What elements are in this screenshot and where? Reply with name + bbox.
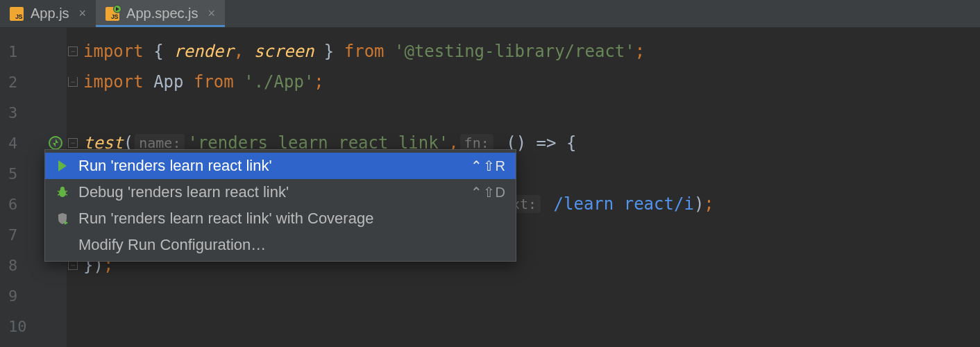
blank-icon xyxy=(55,237,70,253)
editor-tabs: JS App.js × JS App.spec.js × xyxy=(0,0,980,28)
line-number: 1 xyxy=(0,36,67,67)
tab-label: App.js xyxy=(31,6,69,22)
line-number: 9 xyxy=(0,280,67,311)
menu-debug-test[interactable]: Debug 'renders learn react link' ⌃⇧D xyxy=(45,179,516,205)
menu-label: Run 'renders learn react link' xyxy=(78,157,462,175)
run-test-gutter-icon[interactable] xyxy=(49,136,62,150)
tab-app-spec-js[interactable]: JS App.spec.js × xyxy=(96,0,225,27)
fold-toggle-icon[interactable]: − xyxy=(68,46,78,56)
bug-icon xyxy=(55,185,70,200)
code-line[interactable] xyxy=(67,311,714,341)
menu-shortcut: ⌃⇧D xyxy=(471,184,506,201)
menu-label: Run 'renders learn react link' with Cove… xyxy=(78,210,506,228)
svg-point-2 xyxy=(60,187,65,191)
code-line[interactable] xyxy=(67,97,714,128)
svg-line-5 xyxy=(58,194,60,195)
close-icon[interactable]: × xyxy=(208,6,216,21)
line-number: 3 xyxy=(0,97,67,128)
tab-app-js[interactable]: JS App.js × xyxy=(0,0,96,27)
code-line[interactable]: import { render, screen } from '@testing… xyxy=(67,36,714,67)
line-number: 10 xyxy=(0,311,67,341)
js-spec-file-icon: JS xyxy=(105,7,119,21)
line-number: 2 xyxy=(0,67,67,97)
context-menu: Run 'renders learn react link' ⌃⇧R Debug… xyxy=(44,149,516,262)
code-line[interactable]: import App from './App'; xyxy=(67,67,714,97)
js-file-icon: JS xyxy=(10,7,24,21)
fold-toggle-icon[interactable]: − xyxy=(68,77,78,87)
menu-modify-config[interactable]: Modify Run Configuration… xyxy=(45,232,516,258)
tab-label: App.spec.js xyxy=(126,6,198,22)
play-icon xyxy=(55,158,70,174)
fold-toggle-icon[interactable]: − xyxy=(68,260,78,270)
code-editor: 1 2 3 4 5 6 7 8 9 10 − − − − import { re… xyxy=(0,28,980,347)
code-line[interactable] xyxy=(67,280,714,311)
menu-shortcut: ⌃⇧R xyxy=(471,158,506,174)
close-icon[interactable]: × xyxy=(79,6,87,21)
menu-label: Modify Run Configuration… xyxy=(78,236,506,254)
fold-toggle-icon[interactable]: − xyxy=(68,138,78,148)
shield-play-icon xyxy=(55,211,70,226)
menu-label: Debug 'renders learn react link' xyxy=(78,183,462,201)
svg-line-6 xyxy=(65,194,67,195)
menu-run-coverage[interactable]: Run 'renders learn react link' with Cove… xyxy=(45,205,516,232)
menu-run-test[interactable]: Run 'renders learn react link' ⌃⇧R xyxy=(45,153,516,179)
